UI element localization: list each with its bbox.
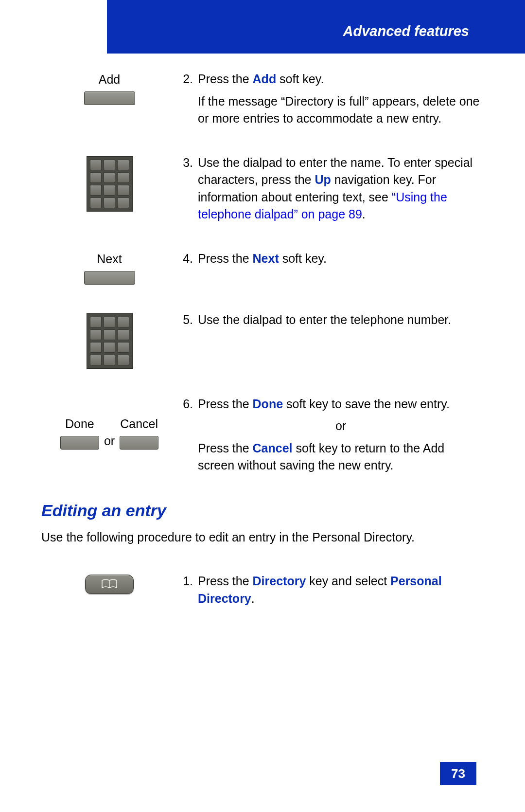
text-fragment: Press the (198, 397, 253, 411)
step-2-instructions: 2. Press the Add soft key. If the messag… (177, 71, 484, 127)
text-fragment: key and select (306, 574, 390, 588)
softkey-name-add: Add (253, 72, 277, 86)
step-2: Add 2. Press the Add soft key. If the me… (41, 71, 484, 127)
or-separator: or (198, 417, 484, 435)
text-fragment: Press the (198, 252, 253, 265)
step-5: 5. Use the dialpad to enter the telephon… (41, 311, 484, 369)
page-header-title: Advanced features (343, 23, 470, 39)
step-number: 3. (177, 154, 198, 223)
softkey-name-done: Done (253, 397, 283, 411)
book-icon (101, 579, 118, 590)
step-text: Press the Add soft key. If the message “… (198, 71, 484, 127)
header-band: Advanced features (107, 0, 525, 54)
page-content: Add 2. Press the Add soft key. If the me… (41, 71, 484, 634)
or-label: or (104, 434, 115, 450)
text-fragment: Press the (198, 441, 253, 455)
step-text: Use the dialpad to enter the telephone n… (198, 311, 484, 329)
edit-step-1-instructions: 1. Press the Directory key and select Pe… (177, 573, 484, 607)
softkey-button-icon (84, 271, 135, 285)
step-5-illustration (41, 311, 177, 369)
nav-key-up: Up (315, 173, 331, 186)
edit-step-1: 1. Press the Directory key and select Pe… (41, 573, 484, 607)
step-number: 5. (177, 311, 198, 329)
step-2-illustration: Add (41, 71, 177, 105)
step-text: Use the dialpad to enter the name. To en… (198, 154, 484, 223)
step-6-instructions: 6. Press the Done soft key to save the n… (177, 396, 484, 474)
page-number: 73 (440, 762, 476, 785)
text-fragment: soft key. (276, 72, 324, 86)
section-intro: Use the following procedure to edit an e… (41, 529, 484, 546)
softkey-name-next: Next (253, 252, 279, 265)
step-number: 6. (177, 396, 198, 474)
softkey-label-add: Add (41, 72, 177, 87)
dialpad-icon (87, 313, 133, 369)
key-name-directory: Directory (253, 574, 306, 588)
softkey-button-icon (120, 436, 158, 450)
step-text: Press the Directory key and select Perso… (198, 573, 484, 607)
step-3: 3. Use the dialpad to enter the name. To… (41, 154, 484, 223)
edit-step-1-illustration (41, 573, 177, 594)
step-4: Next 4. Press the Next soft key. (41, 250, 484, 285)
text-fragment: . (251, 592, 255, 605)
step-number: 4. (177, 250, 198, 268)
step-6: Done or Cancel 6. Press the Done soft ke… (41, 396, 484, 474)
softkey-name-cancel: Cancel (253, 441, 293, 455)
text-fragment: . (362, 207, 366, 221)
text-fragment: Use the dialpad to enter the telephone n… (198, 311, 484, 329)
text-fragment: Press the (198, 72, 253, 86)
softkey-label-next: Next (41, 252, 177, 266)
text-fragment: Press the (198, 574, 253, 588)
step-text: Press the Next soft key. (198, 250, 484, 268)
step-3-illustration (41, 154, 177, 212)
softkey-label-done: Done (60, 417, 99, 431)
text-fragment: soft key to save the new entry. (283, 397, 450, 411)
text-fragment: soft key. (279, 252, 327, 265)
step-5-instructions: 5. Use the dialpad to enter the telephon… (177, 311, 484, 329)
section-heading-editing-entry: Editing an entry (41, 501, 484, 520)
directory-button-icon (85, 575, 134, 594)
softkey-button-icon (84, 91, 135, 105)
step-3-instructions: 3. Use the dialpad to enter the name. To… (177, 154, 484, 223)
step-6-illustration: Done or Cancel (41, 396, 177, 450)
softkey-label-cancel: Cancel (120, 417, 158, 431)
step-4-instructions: 4. Press the Next soft key. (177, 250, 484, 268)
step-number: 1. (177, 573, 198, 607)
dialpad-icon (87, 156, 133, 212)
step-number: 2. (177, 71, 198, 127)
step-text: Press the Done soft key to save the new … (198, 396, 484, 474)
step-4-illustration: Next (41, 250, 177, 285)
softkey-button-icon (60, 436, 99, 450)
step-extra-text: If the message “Directory is full” appea… (198, 93, 484, 127)
